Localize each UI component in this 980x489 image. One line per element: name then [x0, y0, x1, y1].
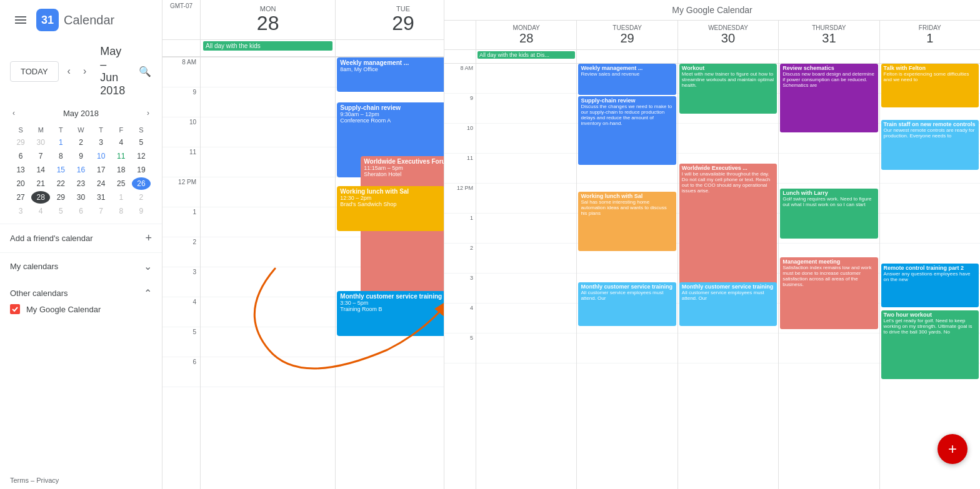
event-working-lunch-tue[interactable]: Working lunch with Sal 12:30 – 2pm Brad'…	[337, 186, 444, 231]
mon-hour-10	[201, 117, 335, 147]
mon-column	[200, 57, 335, 489]
ovl-event-talk-felton-fri[interactable]: Talk with Felton Felton is experiencing …	[881, 64, 979, 107]
today-button[interactable]: TODAY	[10, 61, 59, 82]
search-button[interactable]: 🔍	[135, 62, 155, 81]
mini-date[interactable]: 30	[71, 191, 90, 204]
overlay-time-9: 9	[444, 94, 476, 124]
mini-date[interactable]: 4	[112, 136, 131, 149]
mini-date[interactable]: 22	[51, 177, 70, 190]
privacy-link[interactable]: Privacy	[36, 477, 59, 484]
mini-date[interactable]: 7	[31, 150, 50, 162]
mini-date[interactable]: 15	[51, 164, 70, 176]
add-friend-section[interactable]: Add a friend's calendar +	[0, 224, 162, 252]
other-calendars-header[interactable]: Other calendars ⌃	[10, 285, 152, 302]
mini-date[interactable]: 14	[31, 164, 50, 176]
mini-date[interactable]: 3	[92, 136, 111, 149]
ovl-event-workout-wed[interactable]: Workout Meet with new trainer to figure …	[679, 64, 777, 114]
mini-date[interactable]: 24	[92, 177, 111, 190]
terms-link[interactable]: Terms	[10, 477, 29, 484]
app-logo[interactable]: 31 Calendar	[36, 9, 114, 31]
mini-date[interactable]: 6	[11, 150, 30, 162]
mini-cal-next[interactable]: ›	[144, 107, 152, 119]
mini-date[interactable]: 21	[31, 177, 50, 190]
mini-date[interactable]: 1	[112, 191, 131, 204]
ovl-mon-h12	[476, 184, 576, 214]
mini-date[interactable]: 10	[92, 150, 111, 162]
week-day-header-mon: Mon 28	[200, 0, 335, 39]
mini-date[interactable]: 9	[132, 205, 151, 217]
prev-button[interactable]: ‹	[64, 62, 74, 80]
ovl-event-remote-training-p2-fri[interactable]: Remote control training part 2 Answer an…	[881, 264, 979, 307]
calendar-overlay: My Google Calendar MONDAY 28 TUESDAY 29 …	[444, 0, 980, 489]
mini-date[interactable]: 23	[71, 177, 90, 190]
ovl-event-supply-chain-tue[interactable]: Supply-chain review Discuss the changes …	[578, 96, 676, 165]
mini-date[interactable]: 18	[112, 164, 131, 176]
mini-date[interactable]: 7	[92, 205, 111, 217]
ovl-mon-h8	[476, 64, 576, 94]
ovl-event-customer-training-tue[interactable]: Monthly customer service training All cu…	[578, 282, 676, 326]
mini-date[interactable]: 2	[71, 136, 90, 149]
gmt-label: GMT-07	[162, 0, 200, 39]
mini-date[interactable]: 31	[92, 191, 111, 204]
mini-date[interactable]: 13	[11, 164, 30, 176]
mini-date[interactable]: 8	[51, 150, 70, 162]
mini-date[interactable]: 29	[51, 191, 70, 204]
mini-cal-prev[interactable]: ‹	[10, 107, 18, 119]
mini-date[interactable]: 27	[11, 191, 30, 204]
ovl-thu-h11	[779, 154, 879, 184]
overlay-allday-event-kids[interactable]: All day with the kids at Dis...	[478, 51, 575, 59]
hamburger-icon[interactable]	[10, 9, 31, 31]
my-calendars-header[interactable]: My calendars ⌄	[10, 258, 152, 275]
mini-date[interactable]: 5	[51, 205, 70, 217]
time-label-1: 1	[162, 207, 200, 237]
overlay-time-1: 1	[444, 214, 476, 244]
google-calendar-item[interactable]: My Google Calendar	[10, 302, 152, 317]
mini-date[interactable]: 4	[31, 205, 50, 217]
overlay-time-scroll[interactable]: 8 AM 9 10 11 12 PM 1 2 3 4 5	[444, 64, 980, 489]
mini-date[interactable]: 3	[11, 205, 30, 217]
overlay-time-labels: 8 AM 9 10 11 12 PM 1 2 3 4 5	[444, 64, 476, 489]
mini-date[interactable]: 6	[71, 205, 90, 217]
google-calendar-name: My Google Calendar	[26, 305, 101, 314]
ovl-event-customer-training-wed[interactable]: Monthly customer service training All cu…	[679, 282, 777, 326]
all-day-event-kids[interactable]: All day with the kids	[203, 41, 332, 51]
ovl-event-management-meeting-thu[interactable]: Management meeting Satisfaction index re…	[780, 257, 878, 329]
overlay-day-headers: MONDAY 28 TUESDAY 29 WEDNESDAY 30 THURSD…	[444, 21, 980, 50]
ovl-event-two-hour-workout-fri[interactable]: Two hour workout Let's get ready for gol…	[881, 310, 979, 379]
mon-hour-1	[201, 207, 335, 237]
mini-date[interactable]: 17	[92, 164, 111, 176]
overlay-tue-col: Weekly management ... Review sales and r…	[576, 64, 677, 489]
day-col-f: F	[112, 125, 131, 135]
ovl-event-weekly-mgmt-tue[interactable]: Weekly management ... Review sales and r…	[578, 64, 676, 95]
ovl-event-working-lunch-tue[interactable]: Working lunch with Sal Sal has some inte…	[578, 192, 676, 251]
ovl-event-review-schematics-thu[interactable]: Review schematics Discuss new board desi…	[780, 64, 878, 132]
mini-date[interactable]: 9	[71, 150, 90, 162]
google-calendar-checkbox[interactable]	[10, 304, 20, 314]
fab-button[interactable]: +	[938, 434, 968, 464]
overlay-allday-tue	[576, 50, 677, 63]
mini-date[interactable]: 20	[11, 177, 30, 190]
mini-date-today[interactable]: 26	[132, 177, 151, 190]
mini-date[interactable]: 12	[132, 150, 151, 162]
mini-date[interactable]: 25	[112, 177, 131, 190]
mini-date[interactable]: 2	[132, 191, 151, 204]
next-button[interactable]: ›	[79, 62, 90, 80]
mini-date[interactable]: 30	[31, 136, 50, 149]
mini-date[interactable]: 16	[71, 164, 90, 176]
ovl-event-lunch-larry-thu[interactable]: Lunch with Larry Golf swing requires wor…	[780, 189, 878, 239]
mini-date[interactable]: 8	[112, 205, 131, 217]
ovl-mon-h5	[476, 333, 576, 363]
mini-date[interactable]: 19	[132, 164, 151, 176]
mini-date[interactable]: 5	[132, 136, 151, 149]
mini-date[interactable]: 28	[31, 191, 50, 204]
ovl-event-worldwide-wed[interactable]: Worldwide Executives ... I will be unava…	[679, 164, 777, 289]
terms-section: Terms – Privacy	[0, 472, 162, 489]
my-calendars-expand-icon: ⌄	[144, 260, 152, 272]
mini-date[interactable]: 11	[112, 150, 131, 162]
overlay-grid: 8 AM 9 10 11 12 PM 1 2 3 4 5	[444, 64, 980, 489]
other-calendars-expand-icon: ⌃	[144, 287, 152, 299]
ovl-event-train-staff-fri[interactable]: Train staff on new remote controls Our n…	[881, 120, 979, 170]
mini-date[interactable]: 29	[11, 136, 30, 149]
mini-date[interactable]: 1	[51, 136, 70, 149]
mini-calendar: ‹ May 2018 › S M T W T F S	[0, 102, 162, 224]
